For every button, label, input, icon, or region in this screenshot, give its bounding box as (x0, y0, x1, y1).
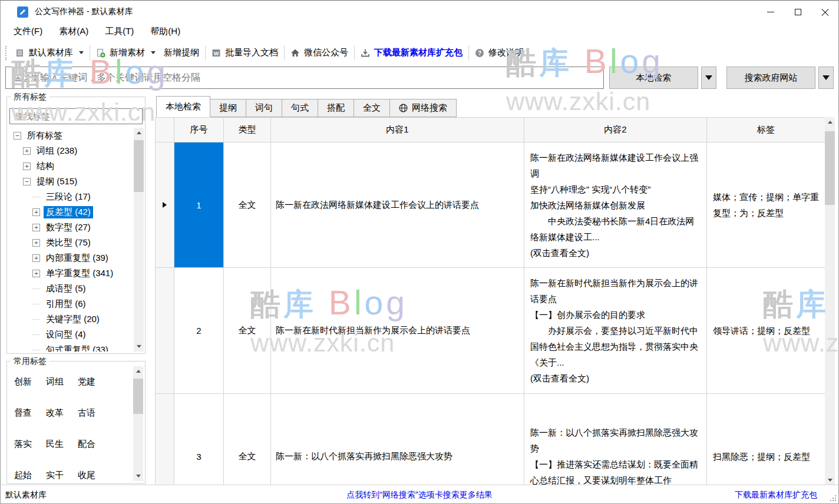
cell-tags[interactable]: 领导讲话；提纲；反差型 (707, 268, 825, 394)
common-tag[interactable]: 督查 (14, 407, 46, 419)
expand-icon[interactable]: + (32, 254, 40, 262)
tab-local-search[interactable]: 本地检索 (156, 96, 210, 117)
download-pack-link[interactable]: 下载最新素材库扩充包 (735, 490, 817, 500)
row-selector-cell[interactable] (156, 142, 174, 268)
cell-num[interactable]: 1 (174, 142, 224, 268)
common-tag[interactable]: 创新 (14, 376, 46, 387)
download-pack-button[interactable]: 下载最新素材库扩充包 (356, 45, 467, 60)
tree-item[interactable]: +词组 (238) (9, 143, 133, 158)
column-header[interactable]: 标签 (707, 118, 825, 142)
wechat-button[interactable]: 微信公众号 (286, 45, 352, 60)
cell-num[interactable]: 3 (174, 394, 224, 485)
tree-item-label[interactable]: 关键字型 (20) (44, 313, 102, 326)
tree-item-label[interactable]: 句式重复型 (33) (44, 344, 111, 352)
expand-icon[interactable]: + (32, 224, 40, 231)
goto-web-search-link[interactable]: 点我转到“网络搜索”选项卡搜索更多结果 (346, 490, 492, 500)
row-selector-cell[interactable] (156, 394, 174, 485)
common-tag[interactable]: 配合 (78, 439, 110, 450)
tree-item[interactable]: 三段论 (17) (9, 189, 133, 204)
menu-material[interactable]: 素材(A) (54, 25, 93, 38)
tab-sentence-patterns[interactable]: 句式 (282, 99, 318, 117)
batch-import-button[interactable]: W 批量导入文档 (207, 45, 282, 60)
add-outline-button[interactable]: 新增提纲 (160, 45, 203, 60)
minimize-button[interactable] (757, 1, 784, 23)
toolbar-grip[interactable] (5, 46, 8, 60)
table-scrollbar[interactable] (825, 117, 835, 485)
common-tag[interactable]: 落实 (14, 439, 46, 450)
expand-icon[interactable]: + (32, 239, 40, 247)
cell-content2[interactable]: 陈一新在新时代新担当新作为展示会上的讲话要点 【一】创办展示会的目的要求 办好展… (524, 268, 707, 394)
tab-collocation[interactable]: 搭配 (318, 99, 354, 117)
column-header[interactable]: 内容2 (524, 118, 707, 142)
gov-search-dropdown-button[interactable] (818, 67, 834, 89)
scroll-down-icon[interactable] (133, 471, 143, 481)
expand-icon[interactable]: + (32, 270, 40, 277)
tree-item[interactable]: +结构 (9, 158, 133, 174)
tree-item-label[interactable]: 结构 (34, 160, 57, 173)
table-row[interactable]: 3 全文 陈一新：以八个抓落实再掀扫黑除恶强大攻势 陈一新：以八个抓落实再掀扫黑… (156, 394, 825, 485)
tree-item-label[interactable]: 内部重复型 (39) (44, 252, 111, 264)
resize-grip[interactable] (829, 494, 836, 501)
find-tag-input[interactable] (9, 108, 143, 124)
scrollbar-thumb[interactable] (134, 140, 144, 192)
tree-item[interactable]: −所有标签 (9, 128, 133, 143)
tab-phrases[interactable]: 词句 (246, 99, 282, 117)
tree-item[interactable]: 句式重复型 (33) (9, 342, 133, 352)
tree-item[interactable]: 设问型 (4) (9, 327, 133, 342)
local-search-button[interactable]: 本地检索 (609, 67, 698, 89)
tree-item-label[interactable]: 反差型 (42) (44, 206, 93, 218)
common-tag[interactable]: 收尾 (78, 470, 110, 481)
tree-item-label[interactable]: 数字型 (27) (44, 221, 93, 234)
tree-item[interactable]: +类比型 (75) (9, 235, 133, 250)
cell-num[interactable]: 2 (174, 268, 224, 394)
keyword-input[interactable] (5, 67, 604, 89)
row-selector-header[interactable] (156, 118, 174, 142)
common-tag[interactable]: 起始 (14, 470, 46, 481)
expand-icon[interactable]: + (23, 163, 31, 170)
row-selector-cell[interactable] (156, 268, 174, 394)
tree-item-label[interactable]: 引用型 (6) (44, 298, 88, 310)
common-tag[interactable]: 民生 (46, 439, 78, 450)
column-header[interactable]: 类型 (224, 118, 271, 142)
cell-content1[interactable]: 陈一新：以八个抓落实再掀扫黑除恶强大攻势 (271, 394, 524, 485)
close-button[interactable] (811, 1, 838, 23)
cell-type[interactable]: 全文 (224, 268, 271, 394)
tab-web-search[interactable]: 网络搜索 (389, 99, 457, 117)
scroll-down-icon[interactable] (825, 475, 835, 485)
cell-content2[interactable]: 陈一新在政法网络新媒体建设工作会议上强调 坚持“八种理念” 实现“八个转变” 加… (524, 142, 707, 268)
scrollbar-thumb[interactable] (133, 379, 143, 414)
scroll-up-icon[interactable] (133, 366, 143, 376)
tree-item-label[interactable]: 类比型 (75) (44, 237, 93, 249)
cell-content1[interactable]: 陈一新在政法网络新媒体建设工作会议上的讲话要点 (271, 142, 524, 268)
tree-item-label[interactable]: 提纲 (515) (34, 175, 80, 188)
common-tags-scrollbar[interactable] (133, 366, 143, 481)
tree-item[interactable]: +单字重复型 (341) (9, 266, 133, 281)
cell-tags[interactable]: 媒体；宣传；提纲；单字重复型；为；反差型 (707, 142, 825, 268)
column-header[interactable]: 序号 (174, 118, 224, 142)
common-tag[interactable]: 古语 (78, 407, 110, 419)
scroll-up-icon[interactable] (825, 117, 835, 127)
tree-item[interactable]: 关键字型 (20) (9, 311, 133, 327)
common-tag[interactable]: 党建 (78, 376, 110, 387)
scroll-up-icon[interactable] (134, 128, 144, 138)
library-dropdown-button[interactable]: 默认素材库 (11, 45, 88, 60)
scrollbar-thumb[interactable] (825, 131, 835, 205)
table-row[interactable]: 2 全文 陈一新在新时代新担当新作为展示会上的讲话要点 陈一新在新时代新担当新作… (156, 268, 825, 394)
expand-icon[interactable]: + (23, 147, 31, 155)
common-tag[interactable]: 词组 (46, 376, 78, 387)
tree-item-label[interactable]: 单字重复型 (341) (44, 267, 115, 280)
cell-content2[interactable]: 陈一新：以八个抓落实再掀扫黑除恶强大攻势 【一】推进落实还需总结谋划：既要全面精… (524, 394, 707, 485)
menu-tools[interactable]: 工具(T) (100, 25, 138, 38)
tree-item-label[interactable]: 词组 (238) (34, 145, 80, 157)
add-material-button[interactable]: 新增素材 (92, 45, 160, 60)
tree-item[interactable]: +数字型 (27) (9, 220, 133, 235)
changelog-button[interactable]: ? 修改说明 (471, 45, 528, 60)
tree-item[interactable]: +反差型 (42) (9, 204, 133, 220)
common-tag[interactable]: 改革 (46, 407, 78, 419)
local-search-dropdown-button[interactable] (701, 67, 716, 89)
tree-item[interactable]: −提纲 (515) (9, 174, 133, 189)
collapse-icon[interactable]: − (14, 132, 21, 140)
tree-scrollbar[interactable] (134, 128, 144, 352)
table-row[interactable]: 1 全文 陈一新在政法网络新媒体建设工作会议上的讲话要点 陈一新在政法网络新媒体… (156, 142, 825, 268)
tree-item[interactable]: 引用型 (6) (9, 296, 133, 311)
